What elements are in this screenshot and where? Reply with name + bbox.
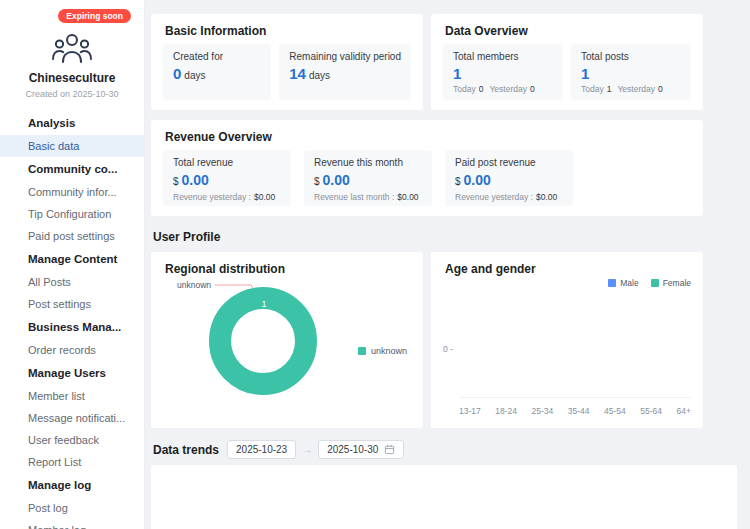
total-posts-label: Total posts bbox=[581, 51, 681, 63]
total-members-breakdown: Today0Yesterday0 bbox=[453, 84, 553, 94]
sidebar-section-business-management: Business Mana... bbox=[0, 315, 144, 339]
currency-symbol: $ bbox=[314, 176, 320, 187]
currency-symbol: $ bbox=[173, 176, 179, 187]
total-revenue-label: Total revenue bbox=[173, 157, 281, 169]
remaining-validity-number: 14 bbox=[289, 65, 306, 82]
total-revenue-value: $0.00 bbox=[173, 171, 281, 190]
sidebar-item-member-list[interactable]: Member list bbox=[0, 385, 144, 407]
community-avatar bbox=[49, 30, 95, 66]
community-name: Chineseculture bbox=[0, 71, 144, 85]
legend-unknown-label: unknown bbox=[371, 346, 407, 356]
today-label: Today bbox=[453, 84, 476, 94]
created-for-unit: days bbox=[184, 70, 205, 81]
female-color-swatch bbox=[651, 279, 659, 287]
sidebar-section-community-config: Community co... bbox=[0, 157, 144, 181]
sidebar-item-order-records[interactable]: Order records bbox=[0, 339, 144, 361]
app-root: Expiring soon Chineseculture Created on … bbox=[0, 0, 750, 529]
revenue-this-month-stat: Revenue this month $0.00 Revenue last mo… bbox=[304, 150, 432, 206]
revenue-this-month-value: $0.00 bbox=[314, 171, 422, 190]
sidebar-section-analysis: Analysis bbox=[0, 111, 144, 135]
y-axis-tick: 0 - bbox=[443, 344, 453, 354]
sidebar-section-manage-log: Manage log bbox=[0, 473, 144, 497]
expiring-soon-badge: Expiring soon bbox=[58, 9, 131, 23]
regional-legend-unknown[interactable]: unknown bbox=[358, 346, 407, 356]
sidebar-item-paid-post-settings[interactable]: Paid post settings bbox=[0, 225, 144, 247]
total-members-value: 1 bbox=[453, 65, 553, 82]
currency-symbol: $ bbox=[455, 176, 461, 187]
revenue-last-month-label: Revenue last month : bbox=[314, 192, 394, 202]
revenue-yesterday-value: $0.00 bbox=[536, 192, 557, 202]
remaining-validity-value: 14days bbox=[289, 65, 401, 84]
x-label-25-34: 25-34 bbox=[532, 406, 554, 416]
sidebar-section-manage-content: Manage Content bbox=[0, 247, 144, 271]
sidebar-item-member-log[interactable]: Member log bbox=[0, 519, 144, 529]
created-for-value: 0days bbox=[173, 65, 261, 84]
revenue-this-month-label: Revenue this month bbox=[314, 157, 422, 169]
total-revenue-sub: Revenue yesterday :$0.00 bbox=[173, 192, 281, 202]
total-members-label: Total members bbox=[453, 51, 553, 63]
sidebar-item-basic-data[interactable]: Basic data bbox=[0, 135, 144, 157]
legend-male-label: Male bbox=[620, 278, 638, 288]
start-date-input[interactable]: 2025-10-23 bbox=[227, 440, 296, 459]
basic-information-title: Basic Information bbox=[151, 14, 423, 44]
end-date-input[interactable]: 2025-10-30 bbox=[318, 440, 404, 459]
sidebar-menu: Analysis Basic data Community co... Comm… bbox=[0, 111, 144, 529]
yesterday-label: Yesterday bbox=[489, 84, 527, 94]
today-label: Today bbox=[581, 84, 604, 94]
sidebar-item-community-information[interactable]: Community infor... bbox=[0, 181, 144, 203]
paid-post-revenue-number: 0.00 bbox=[464, 172, 491, 188]
yesterday-value: 0 bbox=[658, 84, 663, 94]
x-label-35-44: 35-44 bbox=[568, 406, 590, 416]
sidebar-item-post-log[interactable]: Post log bbox=[0, 497, 144, 519]
sidebar-section-manage-users: Manage Users bbox=[0, 361, 144, 385]
date-range-arrow: → bbox=[302, 444, 312, 455]
data-trends-chart-card bbox=[151, 465, 737, 529]
sidebar-item-tip-configuration[interactable]: Tip Configuration bbox=[0, 203, 144, 225]
total-posts-value: 1 bbox=[581, 65, 681, 82]
start-date-value: 2025-10-23 bbox=[236, 444, 287, 455]
created-for-label: Created for bbox=[173, 51, 261, 63]
x-axis-labels: 13-17 18-24 25-34 35-44 45-54 55-64 64+ bbox=[459, 406, 691, 416]
basic-information-card: Basic Information Created for 0days Rema… bbox=[151, 14, 423, 110]
revenue-yesterday-label: Revenue yesterday : bbox=[455, 192, 533, 202]
data-overview-stats: Total members 1 Today0Yesterday0 Total p… bbox=[431, 44, 703, 110]
main-content: Basic Information Created for 0days Rema… bbox=[145, 0, 750, 529]
end-date-value: 2025-10-30 bbox=[327, 444, 378, 455]
x-label-45-54: 45-54 bbox=[604, 406, 626, 416]
paid-post-revenue-stat: Paid post revenue $0.00 Revenue yesterda… bbox=[445, 150, 573, 206]
revenue-overview-title: Revenue Overview bbox=[151, 120, 703, 150]
total-posts-breakdown: Today1Yesterday0 bbox=[581, 84, 681, 94]
paid-post-revenue-sub: Revenue yesterday :$0.00 bbox=[455, 192, 563, 202]
sidebar-item-message-notification[interactable]: Message notificati... bbox=[0, 407, 144, 429]
revenue-this-month-number: 0.00 bbox=[323, 172, 350, 188]
legend-female[interactable]: Female bbox=[651, 278, 691, 288]
age-gender-card: Age and gender Male Female 0 - 13-17 18-… bbox=[431, 252, 703, 428]
donut-callout-label: unknown bbox=[177, 280, 211, 290]
yesterday-value: 0 bbox=[530, 84, 535, 94]
calendar-icon bbox=[384, 444, 395, 455]
sidebar-item-report-list[interactable]: Report List bbox=[0, 451, 144, 473]
people-group-icon bbox=[51, 31, 93, 65]
yesterday-label: Yesterday bbox=[617, 84, 655, 94]
paid-post-revenue-label: Paid post revenue bbox=[455, 157, 563, 169]
sidebar-item-post-settings[interactable]: Post settings bbox=[0, 293, 144, 315]
data-trends-bar: Data trends 2025-10-23 → 2025-10-30 bbox=[153, 440, 750, 459]
regional-distribution-card: Regional distribution unknown 1 unknown bbox=[151, 252, 423, 428]
sidebar-item-all-posts[interactable]: All Posts bbox=[0, 271, 144, 293]
unknown-color-swatch bbox=[358, 347, 366, 355]
total-posts-stat: Total posts 1 Today1Yesterday0 bbox=[571, 44, 691, 100]
basic-information-stats: Created for 0days Remaining validity per… bbox=[151, 44, 423, 110]
total-members-stat: Total members 1 Today0Yesterday0 bbox=[443, 44, 563, 100]
legend-male[interactable]: Male bbox=[608, 278, 638, 288]
remaining-validity-stat: Remaining validity period 14days bbox=[279, 44, 411, 100]
x-label-64plus: 64+ bbox=[677, 406, 691, 416]
revenue-stats: Total revenue $0.00 Revenue yesterday :$… bbox=[151, 150, 703, 216]
remaining-validity-unit: days bbox=[309, 70, 330, 81]
sidebar-item-user-feedback[interactable]: User feedback bbox=[0, 429, 144, 451]
revenue-last-month-value: $0.00 bbox=[397, 192, 418, 202]
x-label-18-24: 18-24 bbox=[495, 406, 517, 416]
x-axis-line bbox=[459, 397, 691, 398]
sidebar: Expiring soon Chineseculture Created on … bbox=[0, 0, 145, 529]
total-members-number: 1 bbox=[453, 65, 461, 82]
total-revenue-stat: Total revenue $0.00 Revenue yesterday :$… bbox=[163, 150, 291, 206]
